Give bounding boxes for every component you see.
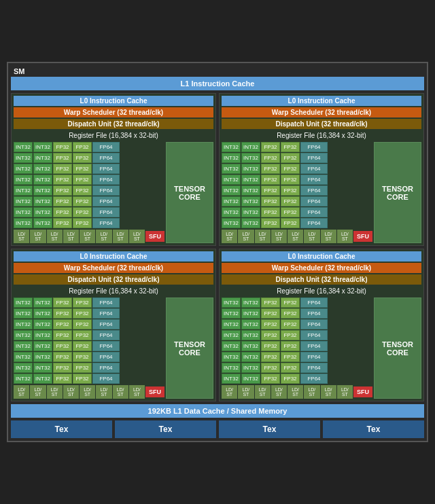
int32: INT32 bbox=[241, 185, 260, 196]
fp32: FP32 bbox=[281, 363, 300, 373]
ld-st: LD/ST bbox=[304, 385, 319, 399]
tex-unit-3: Tex bbox=[323, 420, 424, 438]
ld-st: LD/ST bbox=[47, 385, 63, 399]
int32: INT32 bbox=[14, 298, 33, 308]
register-file-0: Register File (16,384 x 32-bit) bbox=[14, 130, 213, 141]
int32: INT32 bbox=[33, 319, 52, 329]
fp64: FP64 bbox=[300, 374, 328, 384]
int32: INT32 bbox=[222, 374, 241, 384]
register-file-1: Register File (16,384 x 32-bit) bbox=[222, 130, 421, 141]
fp64: FP64 bbox=[300, 298, 328, 308]
fp32: FP32 bbox=[261, 185, 280, 196]
tensor-core-0: TENSOR CORE bbox=[166, 142, 213, 243]
int32: INT32 bbox=[241, 298, 260, 308]
fp32: FP32 bbox=[281, 164, 300, 174]
tensor-core-3: TENSOR CORE bbox=[374, 298, 421, 399]
int32: INT32 bbox=[33, 164, 52, 174]
int32: INT32 bbox=[241, 153, 260, 163]
ld-st: LD/ST bbox=[30, 230, 46, 243]
fp32: FP32 bbox=[53, 341, 72, 351]
int32: INT32 bbox=[33, 341, 52, 351]
fp32: FP32 bbox=[53, 185, 72, 196]
ld-st: LD/ST bbox=[129, 385, 145, 399]
warp-block-2: L0 Instruction Cache Warp Scheduler (32 … bbox=[11, 249, 216, 401]
fp32: FP32 bbox=[281, 352, 300, 362]
left-compute-0: INT32INT32FP32FP32FP64 INT32INT32FP32FP3… bbox=[14, 142, 164, 243]
fp32: FP32 bbox=[261, 330, 280, 340]
int32: INT32 bbox=[241, 352, 260, 362]
int32: INT32 bbox=[241, 218, 260, 228]
int32: INT32 bbox=[241, 207, 260, 217]
fp64: FP64 bbox=[300, 308, 328, 319]
l0-cache-0: L0 Instruction Cache bbox=[14, 96, 213, 106]
int32: INT32 bbox=[222, 218, 241, 228]
ld-st: LD/ST bbox=[80, 385, 95, 399]
fp32: FP32 bbox=[261, 207, 280, 217]
int32: INT32 bbox=[222, 308, 241, 319]
int32: INT32 bbox=[14, 341, 33, 351]
int32: INT32 bbox=[14, 218, 33, 228]
int32: INT32 bbox=[14, 142, 33, 152]
int32: INT32 bbox=[222, 341, 241, 351]
int32: INT32 bbox=[241, 330, 260, 340]
fp64: FP64 bbox=[300, 164, 328, 174]
fp32: FP32 bbox=[261, 352, 280, 362]
tensor-core-2: TENSOR CORE bbox=[166, 298, 213, 399]
fp32: FP32 bbox=[73, 374, 92, 384]
warp-grid: L0 Instruction Cache Warp Scheduler (32 … bbox=[11, 93, 424, 401]
int32: INT32 bbox=[222, 363, 241, 373]
fp32: FP32 bbox=[281, 185, 300, 196]
fp32: FP32 bbox=[73, 164, 92, 174]
int32: INT32 bbox=[241, 319, 260, 329]
int32: INT32 bbox=[14, 374, 33, 384]
int32: INT32 bbox=[241, 374, 260, 384]
left-compute-2: INT32INT32FP32FP32FP64 INT32INT32FP32FP3… bbox=[14, 298, 164, 399]
int32: INT32 bbox=[14, 330, 33, 340]
int32: INT32 bbox=[241, 341, 260, 351]
tensor-core-1: TENSOR CORE bbox=[374, 142, 421, 243]
sfu-1: SFU bbox=[353, 231, 372, 242]
int32: INT32 bbox=[33, 374, 52, 384]
int32: INT32 bbox=[222, 185, 241, 196]
sfu-2: SFU bbox=[145, 386, 164, 397]
ld-st: LD/ST bbox=[321, 230, 336, 243]
ld-st: LD/ST bbox=[271, 385, 287, 399]
fp32: FP32 bbox=[281, 218, 300, 228]
fp64: FP64 bbox=[300, 153, 328, 163]
left-compute-1: INT32INT32FP32FP32FP64 INT32INT32FP32FP3… bbox=[222, 142, 372, 243]
fp32: FP32 bbox=[73, 298, 92, 308]
fp32: FP32 bbox=[73, 185, 92, 196]
fp64: FP64 bbox=[92, 164, 120, 174]
fp32: FP32 bbox=[261, 374, 280, 384]
compute-area-2: INT32INT32FP32FP32FP64 INT32INT32FP32FP3… bbox=[14, 298, 213, 399]
int32: INT32 bbox=[14, 207, 33, 217]
int32: INT32 bbox=[222, 196, 241, 206]
l0-cache-3: L0 Instruction Cache bbox=[222, 251, 421, 262]
dispatch-unit-3: Dispatch Unit (32 thread/clk) bbox=[222, 274, 421, 285]
fp64: FP64 bbox=[92, 352, 120, 362]
fp32: FP32 bbox=[281, 374, 300, 384]
fp32: FP32 bbox=[53, 175, 72, 185]
sm-label: SM bbox=[11, 66, 424, 77]
fp32: FP32 bbox=[53, 207, 72, 217]
left-compute-3: INT32INT32FP32FP32FP64 INT32INT32FP32FP3… bbox=[222, 298, 372, 399]
int32: INT32 bbox=[14, 153, 33, 163]
ld-st: LD/ST bbox=[30, 385, 46, 399]
fp64: FP64 bbox=[92, 374, 120, 384]
dispatch-unit-0: Dispatch Unit (32 thread/clk) bbox=[14, 119, 213, 129]
ld-st: LD/ST bbox=[271, 230, 287, 243]
int32: INT32 bbox=[222, 153, 241, 163]
ld-st-row-1: LD/ST LD/ST LD/ST LD/ST LD/ST LD/ST LD/S… bbox=[222, 230, 372, 243]
fp32: FP32 bbox=[73, 207, 92, 217]
fp64: FP64 bbox=[300, 363, 328, 373]
ld-st: LD/ST bbox=[255, 230, 271, 243]
int32: INT32 bbox=[222, 352, 241, 362]
int32: INT32 bbox=[33, 153, 52, 163]
fp64: FP64 bbox=[92, 363, 120, 373]
int32: INT32 bbox=[14, 185, 33, 196]
warp-scheduler-0: Warp Scheduler (32 thread/clk) bbox=[14, 107, 213, 118]
fp64: FP64 bbox=[300, 341, 328, 351]
ld-st: LD/ST bbox=[14, 385, 29, 399]
l0-cache-2: L0 Instruction Cache bbox=[14, 251, 213, 262]
int32: INT32 bbox=[222, 175, 241, 185]
